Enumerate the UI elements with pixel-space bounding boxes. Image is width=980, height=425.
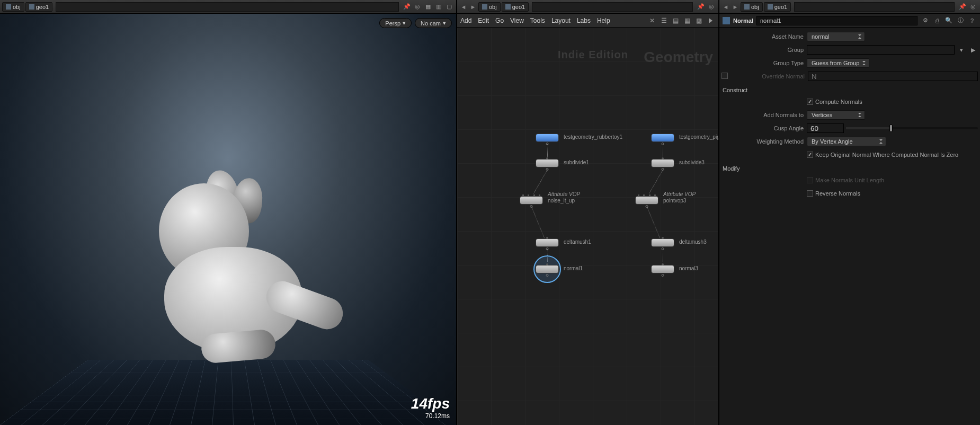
crumb-geo1[interactable]: geo1 bbox=[764, 2, 791, 12]
help-icon[interactable]: ? bbox=[967, 16, 977, 25]
path-field[interactable] bbox=[532, 2, 693, 12]
node-deltamush1[interactable]: deltamush1 bbox=[536, 238, 559, 247]
compute-normals-checkbox[interactable] bbox=[807, 99, 813, 105]
group-field[interactable] bbox=[807, 45, 955, 55]
rubbertoy-mesh bbox=[154, 183, 355, 385]
forward-icon[interactable]: ► bbox=[731, 3, 740, 11]
weighting-method-label: Weighting Method bbox=[721, 138, 804, 145]
weighting-method-dropdown[interactable]: By Vertex Angle bbox=[807, 137, 886, 146]
persp-dropdown[interactable]: Persp▾ bbox=[379, 18, 412, 28]
chevron-down-icon: ▾ bbox=[403, 20, 406, 26]
crumb-obj[interactable]: obj bbox=[2, 2, 24, 12]
node-normal3[interactable]: normal3 bbox=[651, 265, 674, 273]
gear-icon[interactable]: ⚙ bbox=[921, 16, 930, 25]
filter-icon[interactable]: ⎙ bbox=[932, 16, 942, 25]
slider-thumb[interactable] bbox=[889, 125, 893, 132]
snapshot-icon[interactable]: ▦ bbox=[423, 2, 433, 12]
section-modify: Modify bbox=[721, 162, 978, 173]
network-canvas[interactable]: Indie Edition Geometry testgeometry_rubb… bbox=[457, 28, 718, 425]
node-normal1[interactable]: normal1 bbox=[536, 265, 559, 273]
node-testgeometry-rubbertoy1[interactable]: testgeometry_rubbertoy1 bbox=[536, 134, 559, 142]
path-field[interactable] bbox=[794, 2, 955, 12]
crumb-label: obj bbox=[489, 4, 497, 10]
params-header: Normal normal1 ⚙ ⎙ 🔍 ⓘ ? bbox=[719, 14, 980, 28]
play-icon[interactable] bbox=[706, 16, 715, 25]
node-subdivide3[interactable]: subdivide3 bbox=[651, 159, 674, 167]
compute-normals-label: Compute Normals bbox=[815, 99, 862, 105]
keep-original-checkbox[interactable] bbox=[807, 152, 813, 158]
menu-labs[interactable]: Labs bbox=[577, 17, 591, 24]
crumb-geo1[interactable]: geo1 bbox=[25, 2, 52, 12]
node-testgeometry-pighead[interactable]: testgeometry_pighe bbox=[651, 134, 674, 142]
add-normals-to-dropdown[interactable]: Vertices bbox=[807, 110, 865, 120]
color-icon[interactable]: ▢ bbox=[444, 2, 454, 12]
list-icon[interactable]: ☰ bbox=[659, 16, 669, 25]
section-construct: Construct bbox=[721, 84, 978, 94]
group-type-dropdown[interactable]: Guess from Group bbox=[807, 58, 869, 68]
group-menu-icon[interactable]: ▾ bbox=[957, 45, 966, 55]
menu-view[interactable]: View bbox=[510, 17, 524, 24]
chevron-down-icon: ▾ bbox=[443, 20, 446, 26]
forward-icon[interactable]: ► bbox=[469, 3, 477, 11]
menu-add[interactable]: Add bbox=[460, 17, 471, 24]
node-deltamush3[interactable]: deltamush3 bbox=[651, 238, 674, 247]
link-icon[interactable]: ◎ bbox=[413, 2, 422, 12]
menu-edit[interactable]: Edit bbox=[478, 17, 489, 24]
reverse-normals-label: Reverse Normals bbox=[815, 190, 860, 197]
info-icon[interactable]: ⓘ bbox=[956, 16, 965, 25]
group-select-icon[interactable]: ▶ bbox=[968, 45, 978, 55]
tree-icon[interactable]: ▤ bbox=[671, 16, 680, 25]
reverse-normals-checkbox[interactable] bbox=[807, 190, 813, 197]
unit-length-checkbox bbox=[807, 177, 813, 183]
grid2-icon[interactable]: ▩ bbox=[694, 16, 703, 25]
normal-icon bbox=[723, 17, 730, 24]
network-pathbar: ◄ ► obj geo1 📌 ◎ bbox=[457, 0, 718, 14]
nocam-dropdown[interactable]: No cam▾ bbox=[415, 18, 452, 28]
node-label: normal1 bbox=[564, 265, 583, 271]
menu-tools[interactable]: Tools bbox=[530, 17, 545, 24]
network-icon bbox=[744, 4, 750, 10]
node-label: subdivide3 bbox=[679, 160, 705, 165]
wrench-icon[interactable]: ✕ bbox=[647, 16, 657, 25]
pin-icon[interactable]: 📌 bbox=[696, 2, 706, 12]
shelf-icon[interactable]: ▥ bbox=[434, 2, 443, 12]
crumb-label: obj bbox=[751, 4, 759, 10]
path-field[interactable] bbox=[56, 2, 399, 12]
menu-go[interactable]: Go bbox=[495, 17, 504, 24]
back-icon[interactable]: ◄ bbox=[459, 3, 468, 11]
override-normal-checkbox[interactable] bbox=[721, 73, 728, 79]
grid1-icon[interactable]: ▦ bbox=[682, 16, 692, 25]
nocam-label: No cam bbox=[421, 20, 441, 26]
pin-icon[interactable]: 📌 bbox=[402, 2, 412, 12]
crumb-obj[interactable]: obj bbox=[478, 2, 501, 12]
geo-icon bbox=[29, 4, 34, 10]
crumb-label: geo1 bbox=[36, 4, 49, 10]
node-noise-it-up[interactable]: Attribute VOP noise_it_up bbox=[520, 196, 543, 205]
cusp-angle-slider[interactable] bbox=[846, 127, 978, 129]
node-subdivide1[interactable]: subdivide1 bbox=[536, 159, 559, 167]
search-icon[interactable]: 🔍 bbox=[944, 16, 954, 25]
crumb-label: geo1 bbox=[774, 4, 787, 10]
menu-layout[interactable]: Layout bbox=[551, 17, 571, 24]
params-body: Asset Name normal Group ▾ ▶ Group Type G… bbox=[719, 28, 980, 425]
back-icon[interactable]: ◄ bbox=[721, 3, 730, 11]
fps-value: 14fps bbox=[411, 395, 450, 412]
crumb-obj[interactable]: obj bbox=[741, 2, 763, 12]
node-label: testgeometry_pighe bbox=[679, 134, 718, 140]
node-label: subdivide1 bbox=[564, 160, 589, 165]
asset-name-dropdown[interactable]: normal bbox=[807, 32, 865, 41]
menu-help[interactable]: Help bbox=[597, 17, 610, 24]
node-name-field[interactable]: normal1 bbox=[756, 16, 917, 25]
pin-icon[interactable]: 📌 bbox=[958, 2, 967, 12]
crumb-label: geo1 bbox=[512, 4, 525, 10]
cusp-angle-field[interactable] bbox=[807, 123, 844, 133]
viewport[interactable]: Persp▾ No cam▾ 14fps 70.12ms bbox=[0, 14, 456, 425]
keep-original-label: Keep Original Normal Where Computed Norm… bbox=[815, 152, 958, 158]
crumb-geo1[interactable]: geo1 bbox=[502, 2, 529, 12]
link-icon[interactable]: ◎ bbox=[968, 2, 978, 12]
add-normals-to-label: Add Normals to bbox=[721, 112, 804, 118]
node-pointvop3[interactable]: Attribute VOP pointvop3 bbox=[635, 196, 658, 205]
node-label: testgeometry_rubbertoy1 bbox=[564, 134, 622, 140]
link-icon[interactable]: ◎ bbox=[707, 2, 716, 12]
override-normal-field bbox=[808, 72, 978, 81]
